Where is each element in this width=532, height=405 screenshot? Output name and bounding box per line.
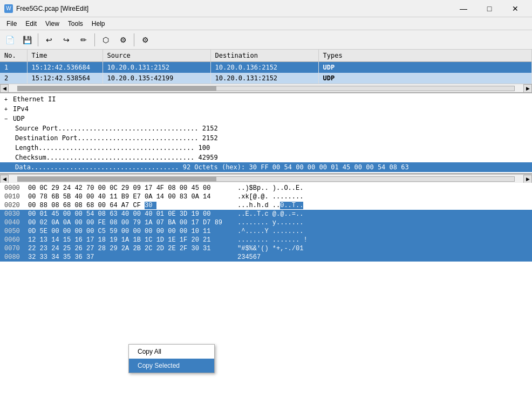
detail-source-port[interactable]: Source Port.............................…: [0, 123, 532, 133]
hex-bytes: 00 88 08 68 08 68 00 64 A7 CF 30 FF 00 5…: [28, 202, 233, 209]
filter-button[interactable]: ⬡: [98, 32, 113, 47]
scroll-track[interactable]: [17, 86, 515, 91]
cell-types: UDP: [318, 73, 532, 84]
expand-ipv4-icon: +: [4, 106, 11, 112]
udp-label: UDP: [13, 115, 25, 122]
menu-view[interactable]: View: [41, 19, 64, 29]
menu-edit[interactable]: Edit: [21, 19, 41, 29]
undo-button[interactable]: ↩: [42, 32, 57, 47]
col-time: Time: [27, 50, 103, 62]
detail-dest-port[interactable]: Destination Port........................…: [0, 133, 532, 143]
main-content: No. Time Source Destination Types 1 15:1…: [0, 50, 532, 405]
table-header-row: No. Time Source Destination Types: [0, 50, 532, 62]
hex-bytes: 00 01 45 00 00 54 08 63 40 00 40 01 0E 3…: [28, 210, 233, 218]
window-controls: — □ ✕: [451, 0, 528, 17]
maximize-button[interactable]: □: [477, 0, 502, 17]
settings-button[interactable]: ⚙: [138, 32, 153, 47]
hex-row-0040[interactable]: 0040 00 02 0A 0A 00 00 FE 08 00 79 1A 07…: [0, 218, 532, 227]
hex-offset: 0070: [4, 245, 24, 252]
hex-row-0070[interactable]: 0070 22 23 24 25 26 27 28 29 2A 2B 2C 2D…: [0, 244, 532, 253]
hex-ascii: .^.....Y ........: [237, 228, 303, 235]
ethernet-label: Ethernet II: [13, 95, 56, 103]
fragment-button[interactable]: ⚙: [115, 32, 131, 47]
cell-source: 10.20.0.135:42199: [103, 73, 210, 84]
hex-row-0010[interactable]: 0010 00 78 6B 5B 40 00 40 11 B9 E7 0A 14…: [0, 193, 532, 201]
cell-time: 15:12:42.538564: [27, 73, 103, 84]
hex-scroll-left[interactable]: ◀: [0, 175, 9, 183]
col-types: Types: [318, 50, 532, 62]
detail-ipv4[interactable]: + IPv4: [0, 104, 532, 114]
hex-scroll-thumb[interactable]: [18, 177, 216, 181]
cell-no: 2: [0, 73, 27, 84]
redo-button[interactable]: ↪: [59, 32, 74, 47]
hex-offset: 0060: [4, 236, 24, 244]
hex-ascii: ........ y.......: [237, 219, 303, 226]
save-icon: 💾: [23, 36, 32, 44]
hex-ascii: ..E..T.c @.@..=..: [237, 210, 303, 218]
menu-file[interactable]: File: [2, 19, 21, 29]
hex-offset: 0040: [4, 219, 24, 226]
hex-bytes: 12 13 14 15 16 17 18 19 1A 1B 1C 1D 1E 1…: [28, 236, 233, 244]
title-bar-left: W Free5GC.pcap [WireEdit]: [4, 4, 88, 13]
col-source: Source: [103, 50, 210, 62]
hex-offset: 0050: [4, 228, 24, 235]
hex-offset: 0020: [4, 202, 24, 209]
table-hscroll[interactable]: ◀ ▶: [0, 84, 532, 92]
packet-table: No. Time Source Destination Types 1 15:1…: [0, 50, 532, 84]
cell-no: 1: [0, 62, 27, 73]
scroll-left-arrow[interactable]: ◀: [0, 84, 9, 93]
new-button[interactable]: 📄: [2, 32, 17, 47]
detail-data[interactable]: Data....................................…: [0, 162, 532, 172]
hex-bytes: 00 78 6B 5B 40 00 40 11 B9 E7 0A 14 00 8…: [28, 193, 233, 201]
menu-bar: File Edit View Tools Help: [0, 17, 532, 30]
length-label: Length..................................…: [15, 144, 210, 152]
ipv4-label: IPv4: [13, 105, 29, 113]
context-copy-all[interactable]: Copy All: [129, 345, 214, 359]
save-button[interactable]: 💾: [19, 32, 35, 47]
dest-port-label: Destination Port........................…: [15, 134, 218, 142]
separator-3: [134, 33, 134, 46]
hex-hscroll-top[interactable]: ◀ ▶: [0, 174, 532, 183]
packet-table-container: No. Time Source Destination Types 1 15:1…: [0, 50, 532, 93]
scroll-right-arrow[interactable]: ▶: [523, 84, 532, 93]
table-row[interactable]: 2 15:12:42.538564 10.20.0.135:42199 10.2…: [0, 73, 532, 84]
filter-icon: ⬡: [103, 36, 109, 44]
minimize-button[interactable]: —: [451, 0, 476, 17]
hex-ascii: "#$%&'() *+,-./01: [237, 245, 303, 252]
menu-tools[interactable]: Tools: [64, 19, 87, 29]
hex-row-0000[interactable]: 0000 00 0C 29 24 42 70 00 0C 29 09 17 4F…: [0, 184, 532, 193]
detail-checksum[interactable]: Checksum................................…: [0, 153, 532, 162]
hex-dump: 0000 00 0C 29 24 42 70 00 0C 29 09 17 4F…: [0, 183, 532, 405]
edit-button[interactable]: ✏: [76, 32, 91, 47]
new-icon: 📄: [5, 36, 15, 44]
hex-offset: 0010: [4, 193, 24, 201]
hex-offset: 0000: [4, 184, 24, 192]
hex-bytes: 00 02 0A 0A 00 00 FE 08 00 79 1A 07 BA 0…: [28, 219, 233, 226]
detail-length[interactable]: Length..................................…: [0, 143, 532, 153]
context-menu: Copy All Copy Selected: [128, 344, 215, 373]
hex-offset: 0080: [4, 253, 24, 261]
hex-dump-content: 0000 00 0C 29 24 42 70 00 0C 29 09 17 4F…: [0, 183, 532, 263]
col-no: No.: [0, 50, 27, 62]
toolbar: 📄 💾 ↩ ↪ ✏ ⬡ ⚙ ⚙: [0, 30, 532, 50]
close-button[interactable]: ✕: [503, 0, 528, 17]
detail-ethernet[interactable]: + Ethernet II: [0, 94, 532, 104]
hex-row-0050[interactable]: 0050 0D 5E 00 00 00 00 C5 59 00 00 00 00…: [0, 227, 532, 236]
hex-row-0020[interactable]: 0020 00 88 08 68 08 68 00 64 A7 CF 30 FF…: [0, 201, 532, 210]
hex-ascii: ...h.h.d ..0..T..: [237, 202, 303, 209]
hex-ascii: ........ ....... !: [237, 236, 308, 244]
table-row[interactable]: 1 15:12:42.536684 10.20.0.131:2152 10.20…: [0, 62, 532, 73]
context-copy-selected[interactable]: Copy Selected: [129, 359, 214, 373]
fragment-icon: ⚙: [120, 36, 127, 44]
expand-udp-icon: −: [4, 116, 11, 122]
redo-icon: ↪: [63, 36, 70, 44]
hex-row-0030[interactable]: 0030 00 01 45 00 00 54 08 63 40 00 40 01…: [0, 210, 532, 218]
hex-scroll-track[interactable]: [17, 176, 515, 182]
hex-row-0080[interactable]: 0080 32 33 34 35 36 37 234567: [0, 253, 532, 262]
hex-row-0060[interactable]: 0060 12 13 14 15 16 17 18 19 1A 1B 1C 1D…: [0, 236, 532, 244]
scroll-thumb[interactable]: [18, 86, 216, 91]
detail-udp[interactable]: − UDP: [0, 114, 532, 123]
expand-ethernet-icon: +: [4, 97, 11, 102]
menu-help[interactable]: Help: [87, 19, 110, 29]
hex-scroll-right[interactable]: ▶: [523, 175, 532, 183]
